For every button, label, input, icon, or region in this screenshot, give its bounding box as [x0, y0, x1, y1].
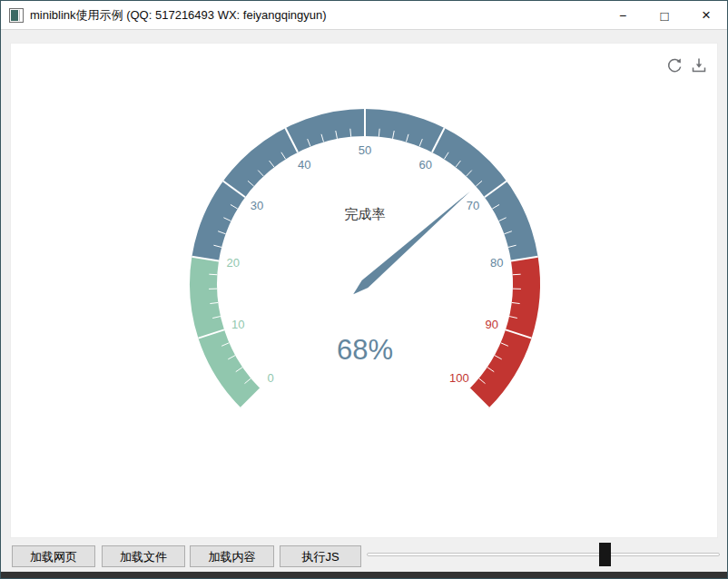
close-button[interactable]: × — [685, 1, 727, 30]
value-slider-track[interactable] — [367, 553, 720, 556]
svg-text:20: 20 — [227, 256, 240, 270]
window-title: miniblink使用示例 (QQ: 517216493 WX: feiyang… — [30, 1, 327, 30]
app-icon-pane — [11, 10, 18, 21]
svg-text:80: 80 — [490, 256, 503, 270]
restore-icon[interactable] — [665, 56, 684, 74]
gauge-chart: 0102030405060708090100完成率68% — [11, 44, 717, 537]
screen-edge-shadow — [1, 572, 727, 578]
load-content-button[interactable]: 加载内容 — [190, 545, 274, 567]
svg-text:70: 70 — [467, 199, 479, 212]
svg-text:40: 40 — [298, 158, 310, 172]
svg-text:10: 10 — [231, 318, 244, 331]
browser-view: 0102030405060708090100完成率68% — [10, 43, 718, 538]
svg-text:68%: 68% — [337, 334, 393, 366]
chart-toolbox — [665, 56, 708, 74]
execute-js-button[interactable]: 执行JS — [280, 545, 361, 567]
svg-text:60: 60 — [419, 158, 432, 172]
value-slider-handle[interactable] — [599, 543, 611, 566]
svg-text:30: 30 — [251, 199, 263, 212]
load-webpage-button[interactable]: 加载网页 — [12, 545, 95, 567]
svg-text:90: 90 — [486, 318, 498, 331]
minimize-button[interactable]: − — [602, 1, 644, 30]
save-image-icon[interactable] — [690, 56, 708, 74]
svg-text:100: 100 — [449, 371, 469, 385]
maximize-button[interactable]: □ — [644, 1, 685, 30]
app-window: miniblink使用示例 (QQ: 517216493 WX: feiyang… — [0, 0, 728, 579]
app-icon-divider — [19, 10, 20, 21]
window-controls: − □ × — [602, 1, 727, 30]
svg-text:0: 0 — [267, 371, 273, 385]
title-bar: miniblink使用示例 (QQ: 517216493 WX: feiyang… — [1, 1, 727, 30]
svg-text:完成率: 完成率 — [345, 206, 386, 221]
svg-text:50: 50 — [359, 143, 371, 157]
app-icon — [9, 8, 24, 23]
load-file-button[interactable]: 加载文件 — [102, 545, 185, 567]
